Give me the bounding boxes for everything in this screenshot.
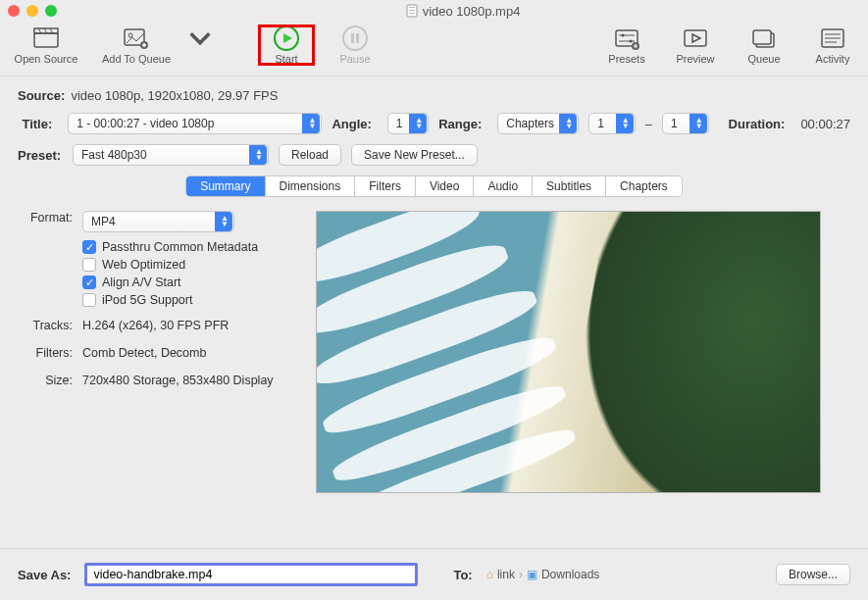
tab-subtitles[interactable]: Subtitles	[533, 176, 606, 196]
add-to-queue-button[interactable]: Add To Queue	[98, 25, 175, 65]
svg-rect-1	[409, 7, 415, 8]
presets-label: Presets	[608, 53, 644, 65]
range-to-select[interactable]: 1▲▼	[662, 113, 709, 134]
title-select[interactable]: 1 - 00:00:27 - video 1080p▲▼	[68, 113, 322, 134]
checkbox-icon	[82, 240, 96, 254]
pause-button: Pause	[328, 25, 383, 65]
save-new-preset-button[interactable]: Save New Preset...	[351, 144, 478, 166]
close-window-button[interactable]	[8, 5, 20, 17]
tab-audio[interactable]: Audio	[474, 176, 533, 196]
checkbox-icon	[82, 258, 96, 272]
open-source-button[interactable]: Open Source	[8, 25, 84, 65]
checkbox-label: Align A/V Start	[102, 275, 181, 289]
range-to-value: 1	[671, 117, 678, 130]
tab-dimensions[interactable]: Dimensions	[266, 176, 356, 196]
svg-marker-26	[692, 34, 700, 42]
queue-button[interactable]: Queue	[737, 25, 791, 65]
size-value: 720x480 Storage, 853x480 Display	[82, 374, 292, 387]
add-to-queue-label: Add To Queue	[102, 53, 171, 65]
checkbox-icon	[82, 275, 96, 289]
tab-video[interactable]: Video	[416, 176, 474, 196]
pause-icon	[341, 25, 369, 51]
activity-icon	[819, 25, 846, 51]
play-icon	[273, 25, 300, 51]
svg-rect-2	[409, 10, 415, 11]
format-label: Format:	[18, 211, 73, 232]
preview-icon	[682, 25, 709, 51]
checkbox-icon	[82, 293, 96, 307]
format-value: MP4	[91, 215, 116, 228]
browse-button[interactable]: Browse...	[776, 564, 850, 585]
start-button[interactable]: Start	[259, 25, 314, 65]
tracks-label: Tracks:	[18, 319, 73, 332]
checkbox-label: Web Optimized	[102, 258, 185, 272]
open-source-label: Open Source	[15, 53, 78, 65]
activity-label: Activity	[816, 53, 850, 65]
tracks-value: H.264 (x264), 30 FPS PFR	[82, 319, 292, 332]
maximize-window-button[interactable]	[45, 5, 57, 17]
title-label: Title:	[18, 117, 52, 131]
activity-button[interactable]: Activity	[805, 25, 860, 65]
svg-marker-15	[283, 33, 292, 43]
svg-rect-25	[685, 30, 706, 46]
duration-value: 00:00:27	[800, 117, 850, 131]
document-icon	[405, 4, 419, 18]
preview-label: Preview	[676, 53, 714, 65]
duration-label: Duration:	[729, 117, 786, 131]
preset-select[interactable]: Fast 480p30▲▼	[73, 144, 269, 166]
window-title: video 1080p.mp4	[423, 4, 521, 19]
svg-point-10	[128, 33, 132, 37]
checkbox-label: iPod 5G Support	[102, 293, 192, 307]
checkbox-passthru[interactable]: Passthru Common Metadata	[82, 240, 292, 254]
preset-label: Preset:	[18, 148, 57, 163]
range-mode-value: Chapters	[506, 117, 554, 130]
chevron-right-icon: ›	[519, 568, 523, 581]
toolbar-dropdown-arrow[interactable]	[188, 25, 212, 51]
to-label: To:	[453, 568, 472, 582]
save-as-input[interactable]	[84, 563, 418, 586]
path-seg-1: Downloads	[541, 568, 599, 581]
destination-path[interactable]: ⌂ link › ▣ Downloads	[486, 568, 600, 581]
start-label: Start	[275, 53, 297, 65]
save-bar: Save As: To: ⌂ link › ▣ Downloads Browse…	[0, 548, 868, 600]
reload-preset-button[interactable]: Reload	[279, 144, 341, 166]
checkbox-web-optimized[interactable]: Web Optimized	[82, 258, 292, 272]
queue-icon	[750, 25, 778, 51]
tab-summary[interactable]: Summary	[186, 176, 265, 196]
pause-label: Pause	[339, 53, 370, 65]
svg-rect-3	[409, 13, 415, 14]
folder-icon: ▣	[527, 568, 537, 581]
svg-rect-28	[753, 30, 771, 44]
presets-button[interactable]: Presets	[599, 25, 654, 65]
minimize-window-button[interactable]	[26, 5, 38, 17]
checkbox-ipod-5g[interactable]: iPod 5G Support	[82, 293, 292, 307]
format-select[interactable]: MP4▲▼	[82, 211, 234, 232]
queue-label: Queue	[747, 53, 780, 65]
tab-bar: Summary Dimensions Filters Video Audio S…	[18, 175, 850, 197]
size-label: Size:	[18, 374, 73, 387]
range-separator: –	[645, 117, 652, 131]
chevron-down-icon	[186, 25, 214, 51]
home-icon: ⌂	[486, 568, 493, 581]
angle-value: 1	[396, 117, 403, 130]
source-value: video 1080p, 1920x1080, 29.97 FPS	[71, 88, 278, 103]
window-titlebar: video 1080p.mp4	[0, 0, 868, 22]
range-mode-select[interactable]: Chapters▲▼	[497, 113, 579, 134]
angle-select[interactable]: 1▲▼	[387, 113, 429, 134]
svg-point-16	[343, 26, 367, 50]
tab-filters[interactable]: Filters	[355, 176, 416, 196]
svg-rect-18	[356, 33, 359, 43]
svg-rect-4	[34, 33, 58, 47]
preview-button[interactable]: Preview	[668, 25, 723, 65]
clapper-icon	[32, 25, 60, 51]
svg-rect-17	[351, 33, 354, 43]
checkbox-align-av[interactable]: Align A/V Start	[82, 275, 292, 289]
source-label: Source:	[18, 88, 65, 103]
preset-value: Fast 480p30	[81, 148, 147, 162]
range-label: Range:	[438, 117, 482, 131]
filters-value: Comb Detect, Decomb	[82, 346, 292, 360]
tab-chapters[interactable]: Chapters	[606, 176, 682, 196]
title-select-value: 1 - 00:00:27 - video 1080p	[77, 117, 214, 130]
range-from-select[interactable]: 1▲▼	[588, 113, 636, 134]
filters-label: Filters:	[18, 346, 73, 360]
